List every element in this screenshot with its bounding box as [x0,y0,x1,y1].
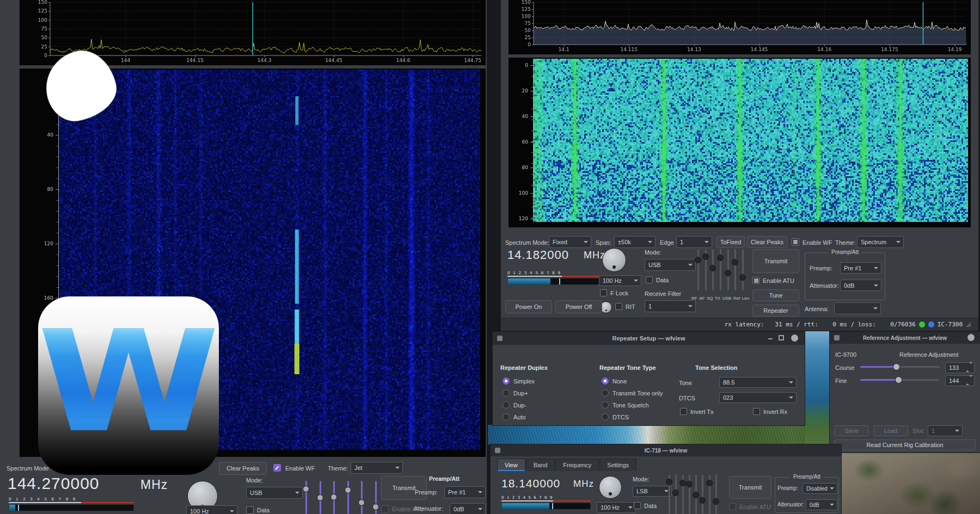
fine-spinbox[interactable]: 144 [945,375,975,386]
course-slider[interactable] [860,363,940,370]
vertical-slider[interactable] [732,249,738,290]
tab-band[interactable]: Band [526,459,555,471]
duplex-dup-plus-radio[interactable] [503,389,510,397]
close-icon[interactable] [791,335,798,342]
enable-atu-checkbox[interactable] [729,503,736,510]
receive-filter-select[interactable]: 1 [645,300,696,312]
antenna-select[interactable] [834,302,881,314]
level-sliders[interactable] [695,249,746,290]
fine-slider[interactable] [860,376,940,383]
vertical-slider[interactable] [686,475,693,514]
transmit-button[interactable]: Transmit [752,249,799,273]
attenuator-select[interactable]: 0dB [806,499,837,510]
course-spinbox[interactable]: 133 [945,362,975,373]
enable-atu-checkbox[interactable] [381,505,389,513]
repeater-button[interactable]: Repeater [752,305,799,317]
data-checkbox[interactable] [246,506,254,514]
tofixed-button[interactable]: ToFixed [716,236,745,248]
enable-atu-checkbox[interactable] [752,277,759,284]
attenuator-select[interactable]: 0dB [840,280,881,291]
clear-peaks-button[interactable]: Clear Peaks [219,462,267,475]
dialog-titlebar[interactable]: Repeater Setup — wfview [493,332,805,345]
duplex-auto-radio[interactable] [503,413,510,420]
frequency-display[interactable]: 144.270000 [8,474,100,493]
duplex-simplex-radio[interactable] [503,377,510,385]
vertical-slider[interactable] [666,475,672,514]
preamp-select[interactable]: Disabled [803,483,837,494]
right-waterfall-plot[interactable] [509,58,971,227]
tab-settings[interactable]: Settings [599,459,636,471]
audio-sliders[interactable] [303,481,379,514]
dialog-titlebar[interactable]: Reference Adjustment — wfview [830,332,980,344]
slot-select[interactable]: 1 [928,425,963,436]
power-off-button[interactable]: Power Off [555,300,602,313]
vertical-slider[interactable] [739,249,746,290]
vertical-slider[interactable] [330,481,337,514]
vertical-slider[interactable] [303,481,309,514]
window-titlebar[interactable]: IC-718 — wfview [491,444,841,456]
tuning-step-select[interactable]: 100 Hz [597,502,636,513]
dtcs-select[interactable]: 023 [719,392,797,403]
maximize-icon[interactable] [777,335,785,342]
vertical-slider[interactable] [713,475,719,514]
tuning-knob[interactable] [599,476,622,499]
transmit-button[interactable]: Transmit [381,476,427,500]
tone-transmit-only-radio[interactable] [602,389,609,397]
spectrum-mode-select[interactable]: Fixed [549,236,591,248]
level-sliders[interactable] [666,475,719,514]
enable-wf-checkbox[interactable] [273,464,281,472]
tone-squelch-radio[interactable] [602,401,609,408]
vertical-slider[interactable] [695,249,701,290]
vertical-slider[interactable] [317,481,323,514]
right-spectrum-plot[interactable] [509,0,971,54]
tune-button[interactable]: Tune [752,289,799,301]
data-checkbox[interactable] [634,502,641,509]
frequency-display[interactable]: 14.182000 [507,248,569,262]
mode-select[interactable]: USB [645,259,696,271]
vertical-slider[interactable] [672,475,679,514]
vertical-slider[interactable] [693,475,699,514]
save-button[interactable]: Save [834,425,869,436]
vertical-slider[interactable] [345,481,351,514]
tone-dtcs-radio[interactable] [602,413,609,420]
vertical-slider[interactable] [709,249,716,290]
clear-peaks-button[interactable]: Clear Peaks [747,236,787,248]
close-icon[interactable] [967,334,975,341]
vertical-slider[interactable] [699,475,706,514]
vertical-slider[interactable] [372,481,379,514]
power-on-button[interactable]: Power On [505,300,552,313]
frequency-display[interactable]: 18.140000 [501,477,560,490]
tone-none-radio[interactable] [602,377,609,385]
f-lock-checkbox[interactable] [600,289,607,296]
read-calibration-button[interactable]: Read Current Rig Calibration [834,439,976,450]
enable-wf-checkbox[interactable] [792,238,799,246]
preamp-select[interactable]: Pre #1 [444,486,486,498]
span-select[interactable]: ±50k [614,236,656,248]
vertical-slider[interactable] [702,249,709,290]
resize-grip[interactable] [966,322,971,327]
tab-view[interactable]: View [497,459,525,471]
tuning-knob[interactable] [602,248,626,272]
vertical-slider[interactable] [706,475,713,514]
rit-checkbox[interactable] [615,303,622,310]
tone-select[interactable]: 88.5 [719,377,797,388]
tuning-step-select[interactable]: 100 Hz [186,505,237,514]
attenuator-select[interactable]: 0dB [450,503,486,514]
vertical-slider[interactable] [717,249,724,290]
invert-tx-checkbox[interactable] [680,408,687,415]
data-checkbox[interactable] [646,276,653,283]
theme-select[interactable]: Jet [351,462,403,474]
vertical-slider[interactable] [725,249,731,290]
tab-frequency[interactable]: Frequency [555,459,599,471]
edge-select[interactable]: 1 [676,236,712,248]
vertical-slider[interactable] [358,481,365,514]
transmit-button[interactable]: Transmit [729,476,771,499]
duplex-dup-minus-radio[interactable] [503,401,510,408]
theme-select[interactable]: Spectrum [857,236,904,248]
vertical-slider[interactable] [679,475,686,514]
invert-rx-checkbox[interactable] [753,408,760,415]
load-button[interactable]: Load [873,425,908,436]
mode-select[interactable]: USB [246,487,303,499]
minimize-icon[interactable] [767,335,774,342]
preamp-select[interactable]: Pre #1 [840,262,881,274]
